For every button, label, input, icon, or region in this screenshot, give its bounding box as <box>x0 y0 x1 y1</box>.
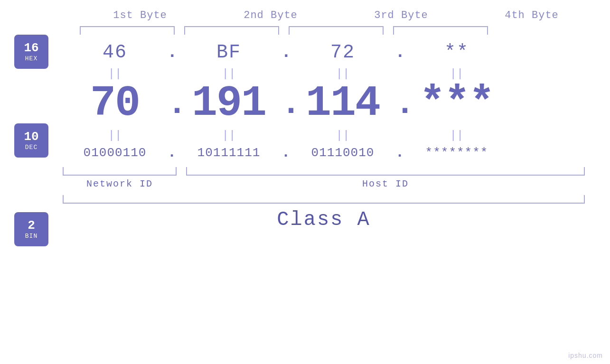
main-container: 1st Byte 2nd Byte 3rd Byte 4th Byte 16 H… <box>0 0 610 364</box>
eq1-b3: || <box>336 67 350 80</box>
bracket-network <box>63 167 177 176</box>
dec-b1: 70 <box>63 82 167 125</box>
class-label: Class A <box>63 208 585 231</box>
hex-b1: 46 <box>63 42 167 63</box>
dot-hex-2: . <box>281 43 291 62</box>
byte-headers: 1st Byte 2nd Byte 3rd Byte 4th Byte <box>75 9 597 21</box>
dot-dec-1: . <box>167 88 177 121</box>
content-area: 16 HEX 10 DEC 2 BIN 46 . BF . 72 . ** <box>0 39 610 246</box>
bin-b2: 10111111 <box>177 146 281 160</box>
equals-row-2: || || || || <box>63 127 585 144</box>
eq2-b2: || <box>222 129 236 142</box>
dec-badge: 10 DEC <box>14 123 48 158</box>
hex-badge: 16 HEX <box>14 35 48 69</box>
bottom-brackets <box>63 165 585 176</box>
bin-b4: ******** <box>404 146 509 160</box>
eq1-b1: || <box>108 67 122 80</box>
hex-b2: BF <box>177 42 281 63</box>
eq2-b3: || <box>336 129 350 142</box>
dot-dec-2: . <box>281 88 291 121</box>
byte3-header: 3rd Byte <box>349 9 453 21</box>
network-id-label: Network ID <box>63 178 177 189</box>
hex-b3: 72 <box>291 42 395 63</box>
dot-hex-3: . <box>395 43 404 62</box>
dot-hex-1: . <box>167 43 177 62</box>
dot-bin-2: . <box>281 144 291 161</box>
dec-row: 70 . 191 . 114 . *** <box>63 82 585 125</box>
badges-column: 16 HEX 10 DEC 2 BIN <box>14 35 48 246</box>
eq1-b4: || <box>450 67 464 80</box>
byte1-header: 1st Byte <box>88 9 192 21</box>
hex-b4: ** <box>404 42 509 63</box>
byte2-header: 2nd Byte <box>218 9 323 21</box>
bin-badge: 2 BIN <box>14 212 48 246</box>
bracket-top-2 <box>184 26 279 35</box>
bracket-top-4 <box>393 26 488 35</box>
eq2-b1: || <box>108 129 122 142</box>
dot-bin-1: . <box>167 144 177 161</box>
bin-row: 01000110 . 10111111 . 01110010 . *******… <box>63 144 585 161</box>
hex-row: 46 . BF . 72 . ** <box>63 42 585 63</box>
dot-bin-3: . <box>395 144 404 161</box>
watermark: ipshu.com <box>568 352 603 359</box>
id-labels-row: Network ID Host ID <box>63 178 585 189</box>
dec-b4: *** <box>404 82 509 125</box>
bin-b3: 01110010 <box>291 146 395 160</box>
eq1-b2: || <box>222 67 236 80</box>
host-id-label: Host ID <box>186 178 585 189</box>
dot-dec-3: . <box>395 88 404 121</box>
dec-b3: 114 <box>291 82 395 125</box>
bracket-top-3 <box>289 26 384 35</box>
eq2-b4: || <box>450 129 464 142</box>
top-brackets <box>75 26 597 35</box>
dec-b2: 191 <box>177 82 281 125</box>
bracket-host <box>186 167 585 176</box>
byte4-header: 4th Byte <box>479 9 584 21</box>
bracket-full <box>63 195 585 204</box>
bin-b1: 01000110 <box>63 146 167 160</box>
bracket-top-1 <box>80 26 175 35</box>
data-grid: 46 . BF . 72 . ** || || || || 70 <box>63 39 585 231</box>
